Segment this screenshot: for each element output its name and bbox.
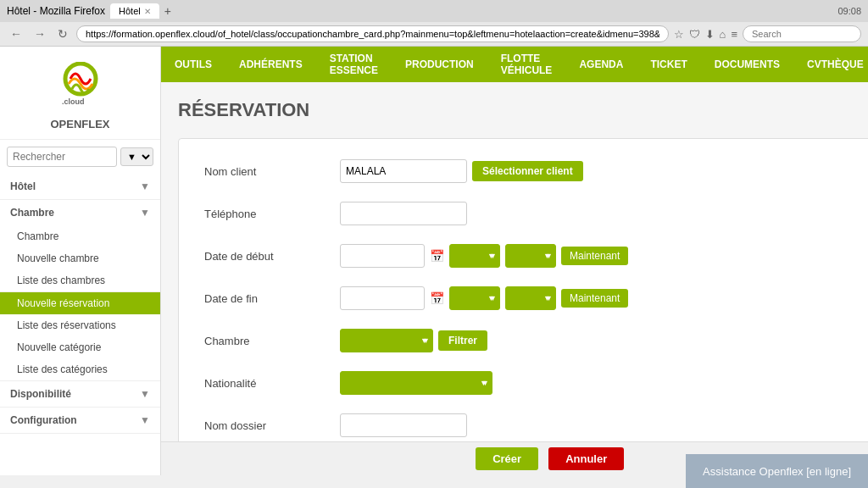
date-fin-row: Date de fin 📅 ▼ <box>204 283 868 313</box>
browser-titlebar: Hôtel - Mozilla Firefox Hôtel ✕ + 09:08 <box>0 0 868 22</box>
nationalite-field: ▼ <box>340 371 868 395</box>
nav-adherents[interactable]: ADHÉRENTS <box>225 47 316 82</box>
chambre-field: ▼ Filtrer <box>340 329 868 352</box>
sidebar-search-select[interactable]: ▼ <box>120 147 153 166</box>
nav-production[interactable]: PRODUCTION <box>392 47 487 82</box>
sidebar-item-liste-chambres[interactable]: Liste des chambres <box>0 269 160 291</box>
sidebar-item-nouvelle-chambre[interactable]: Nouvelle chambre <box>0 247 160 269</box>
minute-fin-wrapper: ▼ <box>505 286 556 310</box>
reload-button[interactable]: ↻ <box>54 25 71 42</box>
reservation-form: Nom client Sélectionner client Téléphone… <box>178 138 868 441</box>
nav-outils[interactable]: OUTILS <box>161 47 225 82</box>
nationalite-select[interactable] <box>340 371 492 395</box>
date-debut-input[interactable] <box>340 244 425 268</box>
forward-button[interactable]: → <box>31 25 49 42</box>
sidebar-section-hotel: Hôtel ▼ <box>0 174 160 200</box>
nom-dossier-input[interactable] <box>340 413 467 437</box>
sidebar-section-configuration: Configuration ▼ <box>0 408 160 434</box>
chambre-select[interactable] <box>340 329 433 352</box>
date-fin-input[interactable] <box>340 286 425 310</box>
back-button[interactable]: ← <box>7 25 25 42</box>
sidebar-hotel-header[interactable]: Hôtel ▼ <box>0 174 160 199</box>
tab-label: Hôtel <box>119 6 141 16</box>
nom-client-field: Sélectionner client <box>340 159 868 183</box>
sidebar-chambre-header[interactable]: Chambre ▼ <box>0 200 160 225</box>
date-debut-row: Date de début 📅 ▼ <box>204 241 868 271</box>
chambre-arrow-icon: ▼ <box>140 207 150 219</box>
sidebar-disponibilite-header[interactable]: Disponibilité ▼ <box>0 381 160 407</box>
address-bar: ← → ↻ ☆ 🛡 ⬇ ⌂ ≡ <box>0 22 868 46</box>
sidebar-item-chambre[interactable]: Chambre <box>0 225 160 247</box>
sidebar-hotel-label: Hôtel <box>10 180 36 192</box>
download-icon[interactable]: ⬇ <box>705 28 715 41</box>
heure-fin-select[interactable] <box>449 286 500 310</box>
browser-icons: 09:08 <box>837 6 861 16</box>
nom-dossier-field <box>340 413 868 437</box>
nom-dossier-label: Nom dossier <box>204 419 340 432</box>
sidebar-configuration-label: Configuration <box>10 414 77 426</box>
star-icon[interactable]: ☆ <box>674 28 684 41</box>
date-debut-label: Date de début <box>204 250 340 263</box>
nom-client-input[interactable] <box>340 159 467 183</box>
nav-station-essence[interactable]: STATION ESSENCE <box>316 47 392 82</box>
sidebar-item-nouvelle-reservation[interactable]: Nouvelle réservation <box>0 292 160 314</box>
nationalite-row: Nationalité ▼ <box>204 368 868 398</box>
nationalite-label: Nationalité <box>204 377 340 390</box>
configuration-arrow-icon: ▼ <box>140 414 150 426</box>
sidebar-item-nouvelle-categorie[interactable]: Nouvelle catégorie <box>0 336 160 358</box>
main-content: RÉSERVATION Nom client Sélectionner clie… <box>161 82 868 441</box>
nav-agenda[interactable]: AGENDA <box>565 47 637 82</box>
sidebar-item-liste-reservations[interactable]: Liste des réservations <box>0 314 160 336</box>
sidebar-chambre-label: Chambre <box>10 207 54 219</box>
select-client-button[interactable]: Sélectionner client <box>472 161 583 181</box>
hotel-arrow-icon: ▼ <box>140 180 150 192</box>
menu-icon[interactable]: ≡ <box>731 28 737 41</box>
nom-client-label: Nom client <box>204 165 340 178</box>
sidebar-configuration-header[interactable]: Configuration ▼ <box>0 408 160 433</box>
telephone-label: Téléphone <box>204 208 340 220</box>
sidebar-search-input[interactable] <box>7 147 117 167</box>
date-debut-field: 📅 ▼ ▼ Mainten <box>340 244 868 268</box>
home-icon[interactable]: ⌂ <box>720 28 726 41</box>
creer-button[interactable]: Créer <box>476 447 538 470</box>
minute-debut-wrapper: ▼ <box>505 244 556 268</box>
heure-debut-select[interactable] <box>449 244 500 268</box>
disponibilite-arrow-icon: ▼ <box>140 388 150 400</box>
chambre-row: Chambre ▼ Filtrer <box>204 325 868 356</box>
sidebar-item-liste-categories[interactable]: Liste des catégories <box>0 358 160 380</box>
assistance-button[interactable]: Assistance Openflex [en ligne] <box>686 454 868 475</box>
sidebar: .cloud OPENFLEX ▼ Hôtel ▼ Chambre ▼ Cham… <box>0 47 161 475</box>
sidebar-search-area: ▼ <box>0 140 160 174</box>
nav-flotte-vehicule[interactable]: FLOTTE VÉHICULE <box>487 47 566 82</box>
new-tab-button[interactable]: + <box>164 4 171 18</box>
annuler-button[interactable]: Annuler <box>548 447 624 470</box>
minute-debut-select[interactable] <box>505 244 556 268</box>
sidebar-section-chambre: Chambre ▼ Chambre Nouvelle chambre Liste… <box>0 200 160 292</box>
telephone-input[interactable] <box>340 202 467 225</box>
app-layout: .cloud OPENFLEX ▼ Hôtel ▼ Chambre ▼ Cham… <box>0 47 868 475</box>
nav-cvtheque[interactable]: CVTHÈQUE <box>793 47 868 82</box>
url-input[interactable] <box>76 25 669 42</box>
browser-search-input[interactable] <box>743 25 861 42</box>
svg-text:.cloud: .cloud <box>62 97 85 106</box>
top-nav: OUTILS ADHÉRENTS STATION ESSENCE PRODUCT… <box>161 47 868 82</box>
maintenant-fin-button[interactable]: Maintenant <box>561 289 628 308</box>
filtrer-button[interactable]: Filtrer <box>438 330 487 351</box>
browser-tab[interactable]: Hôtel ✕ <box>110 3 159 19</box>
tab-close-icon[interactable]: ✕ <box>144 7 151 16</box>
maintenant-debut-button[interactable]: Maintenant <box>561 247 628 265</box>
calendar-icon-debut[interactable]: 📅 <box>430 249 444 263</box>
browser-title: Hôtel - Mozilla Firefox <box>7 5 105 17</box>
nationalite-wrapper: ▼ <box>340 371 492 395</box>
calendar-icon-fin[interactable]: 📅 <box>430 291 444 305</box>
shield-icon: 🛡 <box>689 28 700 41</box>
nom-dossier-row: Nom dossier <box>204 410 868 441</box>
nav-documents[interactable]: DOCUMENTS <box>701 47 793 82</box>
chambre-wrapper: ▼ <box>340 329 433 352</box>
page-title: RÉSERVATION <box>178 99 868 121</box>
heure-debut-wrapper: ▼ <box>449 244 500 268</box>
nav-ticket[interactable]: TICKET <box>637 47 700 82</box>
minute-fin-select[interactable] <box>505 286 556 310</box>
bottom-action-bar: Créer Annuler Assistance Openflex [en li… <box>161 441 868 475</box>
chambre-label: Chambre <box>204 335 340 347</box>
